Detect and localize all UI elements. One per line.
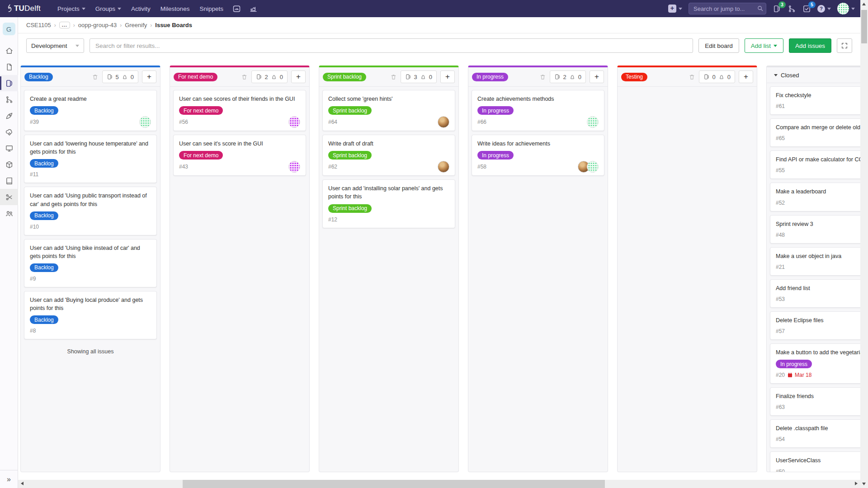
issue-card[interactable]: User can add 'Buying local produce' and … (24, 291, 157, 339)
breadcrumb-item[interactable]: Greenify (125, 22, 147, 28)
horizontal-scrollbar[interactable] (18, 480, 860, 488)
add-issue-to-list-button[interactable]: + (440, 70, 455, 83)
vertical-scroll-thumb[interactable] (861, 10, 867, 43)
issue-label-pill[interactable]: In progress (477, 151, 514, 160)
issue-card[interactable]: Create a great readmeBacklog#39 (24, 90, 157, 131)
assignee-avatar[interactable] (288, 116, 300, 128)
sidebar-item-monitor[interactable] (0, 140, 18, 156)
nav-link-projects[interactable]: Projects (52, 0, 90, 17)
assignee-avatar[interactable] (438, 116, 449, 128)
add-list-button[interactable]: Add list (745, 38, 783, 53)
fullscreen-button[interactable] (837, 38, 852, 53)
sidebar-item-operations[interactable] (0, 124, 18, 140)
issue-label-pill[interactable]: In progress (477, 106, 514, 115)
edit-board-button[interactable]: Edit board (698, 38, 739, 53)
nav-link-snippets[interactable]: Snippets (194, 0, 228, 17)
add-issue-to-list-button[interactable]: + (739, 70, 753, 83)
issue-title[interactable]: Sprint review 3 (776, 220, 860, 228)
help-menu[interactable]: ? (817, 5, 831, 13)
delete-list-icon[interactable] (241, 74, 248, 80)
sidebar-item-snippets[interactable] (0, 189, 18, 205)
issue-card[interactable]: Find API or make calculator for CO2#55 (770, 150, 860, 179)
issues-icon[interactable]: 3 (773, 5, 781, 13)
column-label-pill[interactable]: For next demo (174, 73, 217, 81)
add-issue-to-list-button[interactable]: + (142, 70, 156, 83)
sidebar-item-packages[interactable] (0, 156, 18, 173)
breadcrumb-ellipsis[interactable]: ... (59, 22, 70, 28)
issue-card[interactable]: Delete Eclipse files#57 (770, 311, 860, 340)
horizontal-scroll-thumb[interactable] (183, 480, 605, 488)
issue-card[interactable]: Delete .classpath file#54 (770, 419, 860, 448)
add-issue-to-list-button[interactable]: + (590, 70, 604, 83)
issue-title[interactable]: User can see scores of their friends in … (179, 95, 300, 103)
issue-card[interactable]: User can see it's score in the GUIFor ne… (173, 135, 306, 176)
issue-card[interactable]: Write draft of draftSprint backlog#62 (322, 135, 455, 176)
sidebar-item-issue-boards[interactable] (0, 75, 18, 91)
issue-label-pill[interactable]: Backlog (30, 159, 58, 168)
board-select[interactable]: Development (26, 38, 84, 53)
assignee-avatar[interactable] (288, 161, 300, 173)
issue-label-pill[interactable]: Sprint backlog (328, 204, 372, 213)
sidebar-expand-toggle[interactable]: » (0, 470, 18, 488)
column-label-pill[interactable]: Testing (621, 73, 647, 81)
issue-title[interactable]: Find API or make calculator for CO2 (776, 155, 860, 164)
delete-list-icon[interactable] (92, 74, 99, 80)
project-avatar[interactable]: G (3, 23, 15, 35)
issue-label-pill[interactable]: Backlog (30, 106, 58, 115)
merge-requests-icon[interactable] (788, 5, 796, 13)
new-menu[interactable]: + (668, 5, 682, 13)
sidebar-item-home[interactable] (0, 42, 18, 59)
issue-card[interactable]: Make a button to add the vegetarianIn pr… (770, 343, 860, 384)
sidebar-item-members[interactable] (0, 205, 18, 221)
nav-link-groups[interactable]: Groups (90, 0, 126, 17)
issue-title[interactable]: User can add 'Buying local produce' and … (30, 296, 151, 312)
issue-label-pill[interactable]: In progress (776, 360, 812, 368)
column-label-pill[interactable]: In progress (472, 73, 508, 81)
scrollbar-corner[interactable] (860, 480, 868, 488)
delete-list-icon[interactable] (539, 74, 546, 80)
issue-card[interactable]: User can add 'Using bike instead of car'… (24, 239, 157, 287)
issue-card[interactable]: User can add 'lowering house temperature… (24, 135, 157, 183)
issue-title[interactable]: User can add 'Using public transport ins… (30, 192, 151, 208)
issue-card[interactable]: Finalize friends#63 (770, 387, 860, 416)
issue-card[interactable]: Write ideas for achievementsIn progress#… (472, 135, 604, 176)
vertical-scrollbar[interactable] (860, 0, 868, 480)
issue-title[interactable]: Make a user object in java (776, 252, 860, 260)
sidebar-item-files[interactable] (0, 59, 18, 75)
issue-label-pill[interactable]: Backlog (30, 315, 58, 324)
issue-card[interactable]: Fix checkstyle#61 (770, 86, 860, 115)
chart-icon[interactable] (245, 5, 262, 13)
issue-title[interactable]: Fix checkstyle (776, 91, 860, 99)
issue-card[interactable]: Make a user object in java#21 (770, 247, 860, 276)
issue-title[interactable]: Create a great readme (30, 95, 151, 103)
assignee-avatar[interactable] (139, 116, 151, 128)
issue-card[interactable]: User can add 'installing solar panels' a… (322, 179, 455, 228)
filter-input[interactable] (90, 38, 693, 53)
assignee-avatar[interactable] (587, 116, 599, 128)
issue-title[interactable]: Make a leaderboard (776, 188, 860, 196)
issue-title[interactable]: Write draft of draft (328, 140, 449, 148)
issue-label-pill[interactable]: For next demo (179, 106, 223, 115)
closed-column-header[interactable]: Closed (767, 67, 860, 83)
sidebar-item-wiki[interactable] (0, 173, 18, 189)
issue-title[interactable]: Finalize friends (776, 392, 860, 400)
nav-link-milestones[interactable]: Milestones (156, 0, 195, 17)
column-label-pill[interactable]: Backlog (24, 73, 53, 81)
issue-card[interactable]: UserServiceClass#50 (770, 451, 860, 472)
issue-card[interactable]: Sprint review 3#48 (770, 215, 860, 244)
issue-title[interactable]: Compare adn merge or delete old b (776, 123, 860, 131)
issue-title[interactable]: User can see it's score in the GUI (179, 140, 300, 148)
issue-title[interactable]: Delete .classpath file (776, 424, 860, 432)
issue-title[interactable]: Delete Eclipse files (776, 316, 860, 324)
issue-title[interactable]: User can add 'lowering house temperature… (30, 140, 151, 156)
breadcrumb-item[interactable]: oopp-group-43 (78, 22, 117, 28)
issue-label-pill[interactable]: Sprint backlog (328, 151, 372, 160)
nav-link-activity[interactable]: Activity (126, 0, 156, 17)
user-menu[interactable] (837, 3, 855, 14)
issue-card[interactable]: Make a leaderboard#52 (770, 183, 860, 211)
issue-title[interactable]: Add friend list (776, 284, 860, 292)
issue-card[interactable]: Add friend list#53 (770, 279, 860, 308)
issue-title[interactable]: User can add 'installing solar panels' a… (328, 184, 449, 201)
issue-title[interactable]: UserServiceClass (776, 456, 860, 465)
issue-title[interactable]: Create achievements methods (477, 95, 599, 103)
